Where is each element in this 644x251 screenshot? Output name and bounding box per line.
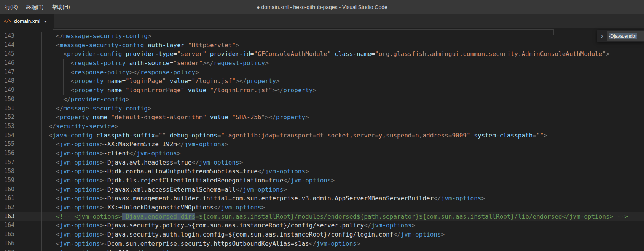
code-line-145[interactable]: 145 <provider-config provider-type="serv… bbox=[0, 50, 644, 59]
line-number: 162 bbox=[0, 203, 14, 212]
code-line-164[interactable]: 164 <jvm-options>-Djava.security.policy=… bbox=[0, 221, 644, 230]
line-number: 159 bbox=[0, 176, 14, 185]
tab-label: domain.xml bbox=[14, 18, 40, 24]
code-line-165[interactable]: 165 <jvm-options>-Djava.security.auth.lo… bbox=[0, 230, 644, 239]
scroll-shadow bbox=[53, 29, 553, 30]
line-number: 154 bbox=[0, 131, 14, 140]
code-text: <provider-config provider-type="server" … bbox=[27, 50, 610, 59]
vscode-window: 行(R) 终端(T) 帮助(H) ● domain.xml - hexo-git… bbox=[0, 0, 644, 251]
line-number: 143 bbox=[0, 32, 14, 41]
line-number: 155 bbox=[0, 140, 14, 149]
code-text: <property name="loginPage" value="/login… bbox=[27, 77, 280, 86]
code-text: <jvm-options>-Djava.awt.headless=true</j… bbox=[27, 158, 243, 167]
code-line-148[interactable]: 148 <property name="loginPage" value="/l… bbox=[0, 77, 644, 86]
code-text: <jvm-options>-Djavax.xml.accessExternalS… bbox=[27, 185, 287, 194]
code-text: <jvm-options>-Djavax.management.builder.… bbox=[27, 194, 485, 203]
line-number: 144 bbox=[0, 41, 14, 50]
menu-terminal[interactable]: 终端(T) bbox=[22, 0, 48, 14]
line-number: 149 bbox=[0, 86, 14, 95]
menu-bar: 行(R) 终端(T) 帮助(H) bbox=[1, 0, 74, 14]
code-line-158[interactable]: 158 <jvm-options>-Djdk.corba.allowOutput… bbox=[0, 167, 644, 176]
code-line-144[interactable]: 144 <message-security-config auth-layer=… bbox=[0, 41, 644, 50]
line-number: 153 bbox=[0, 122, 14, 131]
code-text: </message-security-config> bbox=[27, 104, 151, 113]
code-text: <!-- <jvm-options>-Djava.endorsed.dirs=$… bbox=[27, 212, 628, 221]
code-text: <jvm-options>-Djdk.tls.rejectClientIniti… bbox=[27, 176, 335, 185]
editor-pane[interactable]: 143 </message-security-config>144 <messa… bbox=[0, 28, 644, 251]
code-line-160[interactable]: 160 <jvm-options>-Djavax.xml.accessExter… bbox=[0, 185, 644, 194]
code-text: <java-config classpath-suffix="" debug-o… bbox=[27, 131, 547, 140]
line-number: 165 bbox=[0, 230, 14, 239]
modified-dot-icon[interactable]: ● bbox=[44, 19, 47, 24]
code-text: </message-security-config> bbox=[27, 32, 151, 41]
code-text: <property name="default-digest-algorithm… bbox=[27, 113, 309, 122]
code-text: <jvm-options>-client</jvm-options> bbox=[27, 149, 181, 158]
line-number: 145 bbox=[0, 50, 14, 59]
code-text: <request-policy auth-source="sender"></r… bbox=[27, 59, 269, 68]
code-text: <jvm-options>-XX:MaxPermSize=192m</jvm-o… bbox=[27, 140, 228, 149]
code-line-161[interactable]: 161 <jvm-options>-Djavax.management.buil… bbox=[0, 194, 644, 203]
code-line-151[interactable]: 151 </message-security-config> bbox=[0, 104, 644, 113]
line-number: 167 bbox=[0, 248, 14, 251]
code-text: <jvm-options>-Xmx512m</jvm-options> bbox=[27, 248, 184, 251]
code-line-154[interactable]: 154 <java-config classpath-suffix="" deb… bbox=[0, 131, 644, 140]
line-number: 166 bbox=[0, 239, 14, 248]
code-text: <message-security-config auth-layer="Htt… bbox=[27, 41, 239, 50]
code-line-152[interactable]: 152 <property name="default-digest-algor… bbox=[0, 113, 644, 122]
find-input[interactable]: -Djava.endor bbox=[607, 31, 644, 41]
code-text: <jvm-options>-Dcom.sun.enterprise.securi… bbox=[27, 239, 360, 248]
code-line-157[interactable]: 157 <jvm-options>-Djava.awt.headless=tru… bbox=[0, 158, 644, 167]
code-line-143[interactable]: 143 </message-security-config> bbox=[0, 32, 644, 41]
line-number: 151 bbox=[0, 104, 14, 113]
line-number: 152 bbox=[0, 113, 14, 122]
code-text: <jvm-options>-Djava.security.policy=${co… bbox=[27, 221, 415, 230]
code-line-150[interactable]: 150 </provider-config> bbox=[0, 95, 644, 104]
line-number: 163 bbox=[0, 212, 14, 221]
line-number: 157 bbox=[0, 158, 14, 167]
code-line-147[interactable]: 147 <response-policy></response-policy> bbox=[0, 68, 644, 77]
code-text: </security-service> bbox=[27, 122, 118, 131]
find-widget: › -Djava.endor bbox=[597, 30, 644, 42]
code-line-156[interactable]: 156 <jvm-options>-client</jvm-options> bbox=[0, 149, 644, 158]
line-number: 147 bbox=[0, 68, 14, 77]
code-text: <property name="loginErrorPage" value="/… bbox=[27, 86, 316, 95]
menu-run[interactable]: 行(R) bbox=[1, 0, 22, 14]
line-number: 150 bbox=[0, 95, 14, 104]
code-text: </provider-config> bbox=[27, 95, 129, 104]
code-line-163[interactable]: 163 <!-- <jvm-options>-Djava.endorsed.di… bbox=[0, 212, 644, 221]
line-number: 146 bbox=[0, 59, 14, 68]
line-number: 160 bbox=[0, 185, 14, 194]
line-number: 164 bbox=[0, 221, 14, 230]
line-number: 161 bbox=[0, 194, 14, 203]
code-line-167[interactable]: 167 <jvm-options>-Xmx512m</jvm-options> bbox=[0, 248, 644, 251]
window-title: ● domain.xml - hexo-github-pages - Visua… bbox=[0, 0, 644, 14]
code-line-153[interactable]: 153 </security-service> bbox=[0, 122, 644, 131]
selected-text[interactable]: -Djava.endorsed.dirs bbox=[122, 213, 195, 220]
code-line-146[interactable]: 146 <request-policy auth-source="sender"… bbox=[0, 59, 644, 68]
tab-domain-xml[interactable]: </> domain.xml ● bbox=[0, 14, 54, 28]
code-line-162[interactable]: 162 <jvm-options>-XX:+UnlockDiagnosticVM… bbox=[0, 203, 644, 212]
find-query-text: -Djava.endor bbox=[609, 33, 637, 39]
code-text: <jvm-options>-XX:+UnlockDiagnosticVMOpti… bbox=[27, 203, 265, 212]
code-text: <jvm-options>-Djdk.corba.allowOutputStre… bbox=[27, 167, 309, 176]
code-line-166[interactable]: 166 <jvm-options>-Dcom.sun.enterprise.se… bbox=[0, 239, 644, 248]
code-text: <response-policy></response-policy> bbox=[27, 68, 199, 77]
code-text: <jvm-options>-Djava.security.auth.login.… bbox=[27, 230, 445, 239]
line-number: 158 bbox=[0, 167, 14, 176]
title-bar: 行(R) 终端(T) 帮助(H) ● domain.xml - hexo-git… bbox=[0, 0, 644, 14]
code-line-159[interactable]: 159 <jvm-options>-Djdk.tls.rejectClientI… bbox=[0, 176, 644, 185]
code-area[interactable]: 143 </message-security-config>144 <messa… bbox=[0, 32, 644, 251]
toggle-replace-chevron-icon[interactable]: › bbox=[597, 33, 607, 40]
line-number: 148 bbox=[0, 77, 14, 86]
menu-help[interactable]: 帮助(H) bbox=[48, 0, 74, 14]
code-line-149[interactable]: 149 <property name="loginErrorPage" valu… bbox=[0, 86, 644, 95]
code-line-155[interactable]: 155 <jvm-options>-XX:MaxPermSize=192m</j… bbox=[0, 140, 644, 149]
tab-bar: </> domain.xml ● bbox=[0, 14, 644, 28]
line-number: 156 bbox=[0, 149, 14, 158]
xml-file-icon: </> bbox=[4, 19, 11, 24]
